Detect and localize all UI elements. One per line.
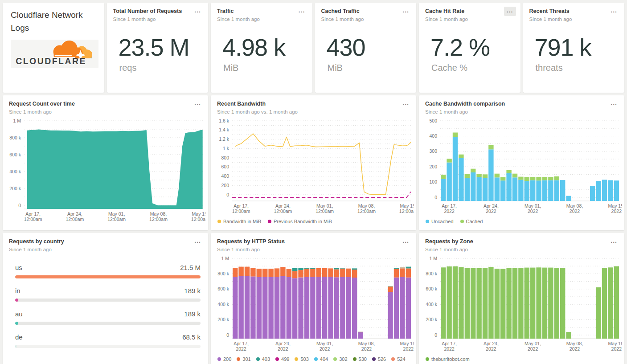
panel-title: Requests by country xyxy=(9,238,202,245)
svg-text:2022: 2022 xyxy=(486,209,496,214)
panel-menu-button[interactable]: ... xyxy=(400,99,412,109)
legend-label: 499 xyxy=(281,356,289,362)
panel-menu-button[interactable]: ... xyxy=(608,7,620,16)
legend-label: 200 xyxy=(223,356,231,362)
panel-cache-bandwidth: Cache Bandwidth comparison Since 1 month… xyxy=(419,95,624,230)
svg-text:Apr 17,: Apr 17, xyxy=(442,341,457,346)
panel-subtitle: Since 1 month ago xyxy=(425,16,514,22)
panel-request-count: Request Count over time Since 1 month ag… xyxy=(3,95,208,230)
cache-bandwidth-bar-chart[interactable]: 5004003002001000Apr 17,2022Apr 24,2022Ma… xyxy=(422,117,622,217)
panel-subtitle: Since 1 month ago xyxy=(425,247,618,252)
svg-text:Apr 24,: Apr 24, xyxy=(484,341,499,346)
legend-item[interactable]: 301 xyxy=(237,356,250,362)
svg-text:2022: 2022 xyxy=(570,346,580,352)
legend-item[interactable]: Cached xyxy=(460,219,483,224)
svg-text:May 08,: May 08, xyxy=(358,203,375,209)
stat-unit: Cache % xyxy=(431,63,520,73)
cloudflare-logo: CLOUDFLARE ' xyxy=(11,40,98,68)
legend-dot xyxy=(314,357,318,361)
svg-text:800 k: 800 k xyxy=(426,271,437,276)
svg-text:12:00am: 12:00am xyxy=(274,209,292,214)
chart-legend: UncachedCached xyxy=(419,217,624,224)
panel-menu-button[interactable]: ... xyxy=(400,237,412,246)
legend-dot xyxy=(460,220,464,223)
legend-label: 302 xyxy=(339,356,347,362)
legend-item[interactable]: 524 xyxy=(391,356,405,362)
svg-text:2022: 2022 xyxy=(278,346,288,352)
svg-text:May 01,: May 01, xyxy=(316,341,333,346)
legend-label: 403 xyxy=(262,356,270,362)
country-row-de: de 68.5 k xyxy=(15,333,201,348)
legend-item[interactable]: 503 xyxy=(295,356,308,362)
legend-item[interactable]: 200 xyxy=(217,356,231,362)
svg-text:12:00am: 12:00am xyxy=(191,217,205,222)
svg-text:May 15,: May 15, xyxy=(400,341,414,346)
legend-item[interactable]: theburritobot.com xyxy=(426,356,470,362)
svg-text:200 k: 200 k xyxy=(9,185,21,191)
legend-dot xyxy=(217,357,221,361)
stat-card-traffic: Traffic Since 1 month ago ... 4.98 k MiB xyxy=(211,3,312,93)
svg-text:2022: 2022 xyxy=(403,346,414,352)
svg-text:2022: 2022 xyxy=(444,346,455,352)
request-count-area-chart[interactable]: 1 M800 k600 k400 k200 k0Apr 17,12:00amAp… xyxy=(5,117,205,225)
svg-text:12:00am: 12:00am xyxy=(316,209,334,214)
svg-text:600: 600 xyxy=(221,164,229,169)
panel-menu-button[interactable]: ... xyxy=(608,99,620,109)
stat-unit: MiB xyxy=(223,63,312,73)
country-bar-track xyxy=(15,322,201,325)
legend-item[interactable]: 530 xyxy=(353,356,367,362)
country-bar-fill xyxy=(15,322,18,325)
legend-dot xyxy=(256,357,260,361)
svg-text:Apr 24,: Apr 24, xyxy=(275,203,291,209)
bandwidth-line-chart[interactable]: 1.6 k1.4 k1.2 k1 k8006004002000Apr 17,12… xyxy=(213,117,414,217)
legend-label: Uncached xyxy=(431,219,454,224)
country-value: 21.5 M xyxy=(180,264,201,271)
legend-item[interactable]: Uncached xyxy=(426,219,454,224)
legend-item[interactable]: 499 xyxy=(275,356,289,362)
legend-label: 524 xyxy=(397,356,405,362)
svg-text:2022: 2022 xyxy=(444,209,455,214)
panel-menu-button[interactable]: ... xyxy=(192,237,204,246)
svg-text:1.4 k: 1.4 k xyxy=(219,127,229,132)
panel-title: Cache Bandwidth comparison xyxy=(425,101,618,108)
svg-text:12:00am: 12:00am xyxy=(107,217,126,222)
legend-item[interactable]: 302 xyxy=(333,356,347,362)
chart-legend: 200301403499503404302530526524 xyxy=(211,355,416,362)
country-row-us: us 21.5 M xyxy=(15,264,201,278)
legend-item[interactable]: 526 xyxy=(372,356,386,362)
panel-title: Requests by HTTP Status xyxy=(217,238,410,245)
legend-label: Cached xyxy=(466,219,483,224)
legend-label: 301 xyxy=(242,356,250,362)
panel-menu-button[interactable]: ... xyxy=(400,7,412,16)
legend-item[interactable]: 403 xyxy=(256,356,270,362)
svg-text:2022: 2022 xyxy=(528,209,538,214)
panel-menu-button[interactable]: ... xyxy=(608,237,620,246)
svg-text:12:00am: 12:00am xyxy=(149,217,168,222)
svg-text:400 k: 400 k xyxy=(426,301,437,307)
panel-menu-button[interactable]: ... xyxy=(296,7,308,16)
svg-text:May 08,: May 08, xyxy=(566,203,583,209)
panel-menu-button[interactable]: ... xyxy=(192,99,204,109)
legend-item[interactable]: Previous Bandwidth in MiB xyxy=(268,219,332,224)
svg-text:Apr 24,: Apr 24, xyxy=(67,211,82,217)
panel-subtitle: Since 1 month ago xyxy=(9,109,202,115)
legend-item[interactable]: 404 xyxy=(314,356,328,362)
http-status-bar-chart[interactable]: 1 M800 k600 k400 k200 k0Apr 17,2022Apr 2… xyxy=(213,255,414,355)
panel-subtitle: Since 1 month ago xyxy=(113,16,202,22)
svg-text:2022: 2022 xyxy=(320,346,330,352)
country-label: in xyxy=(15,287,20,294)
panel-subtitle: Since 1 month ago xyxy=(321,16,410,22)
panel-menu-button[interactable]: ... xyxy=(504,7,516,16)
panel-menu-button[interactable]: ... xyxy=(192,7,204,16)
country-bar-track xyxy=(15,345,201,348)
svg-text:0: 0 xyxy=(226,192,229,197)
panel-requests-by-country: Requests by country Since 1 month ago ..… xyxy=(3,233,208,364)
svg-text:Apr 24,: Apr 24, xyxy=(275,341,291,346)
legend-item[interactable]: Bandwidth in MiB xyxy=(217,219,261,224)
zone-bar-chart[interactable]: 1 M800 k600 k400 k200 k0Apr 17,2022Apr 2… xyxy=(422,255,622,355)
svg-text:2022: 2022 xyxy=(528,346,538,352)
svg-text:800 k: 800 k xyxy=(9,135,21,140)
country-bar-list: us 21.5 M in 189 k au 189 k xyxy=(3,252,208,348)
svg-text:800 k: 800 k xyxy=(217,271,229,276)
legend-dot xyxy=(372,357,376,361)
